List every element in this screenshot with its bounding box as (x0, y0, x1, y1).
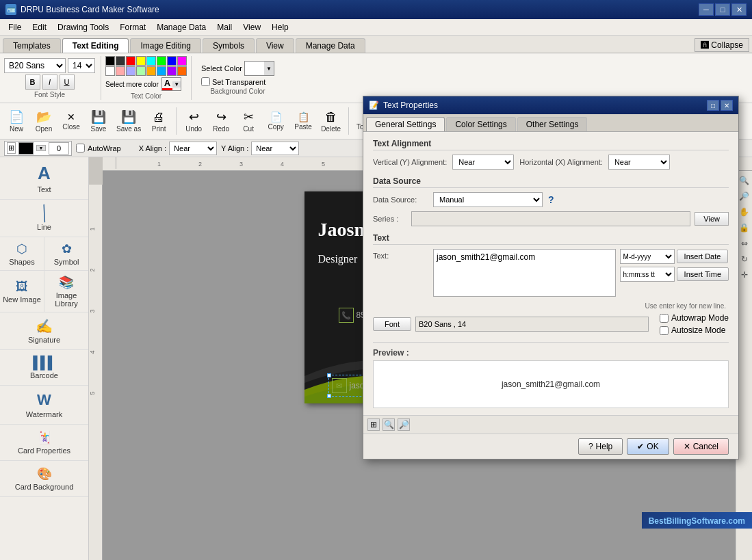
tab-view[interactable]: View (256, 38, 294, 53)
menu-mail[interactable]: Mail (211, 21, 237, 34)
close-file-btn[interactable]: ✕ Close (59, 105, 83, 137)
print-btn[interactable]: 🖨 Print (146, 105, 171, 137)
cancel-footer-btn[interactable]: ✕ Cancel (673, 438, 729, 455)
color-white[interactable] (105, 66, 115, 76)
grid-btn-group[interactable]: ⊞ ▼ (4, 141, 72, 156)
horizontal-align-select[interactable]: NearCenterFar (608, 155, 670, 170)
underline-dropdown[interactable]: ▼ (172, 81, 181, 88)
menu-manage-data[interactable]: Manage Data (151, 21, 211, 34)
menu-edit[interactable]: Edit (27, 21, 52, 34)
font-name-select[interactable]: B20 Sans (4, 58, 66, 73)
tab-image-editing[interactable]: Image Editing (130, 38, 200, 53)
series-input[interactable] (411, 211, 690, 226)
pan-tool[interactable]: ✋ (738, 205, 751, 219)
menu-help[interactable]: Help (266, 21, 294, 34)
color-dropdown-btn[interactable]: ▼ (264, 62, 274, 75)
color-blue[interactable] (167, 56, 177, 66)
color-pink[interactable] (116, 66, 125, 76)
menu-drawing-tools[interactable]: Drawing Tools (52, 21, 114, 34)
color-black[interactable] (105, 56, 115, 66)
color-coral[interactable] (177, 66, 187, 76)
color-purple[interactable] (167, 66, 177, 76)
sidebar-tool-shapes[interactable]: ⬡ Shapes (0, 237, 44, 271)
tab-manage-data[interactable]: Manage Data (296, 38, 365, 53)
help-footer-btn[interactable]: ? Help (578, 438, 623, 455)
zoom-out-btn[interactable]: 🔍 (383, 418, 395, 431)
zoom-in-btn[interactable]: 🔎 (398, 418, 410, 431)
open-btn[interactable]: 📂 Open (31, 105, 56, 137)
sidebar-tool-card-properties[interactable]: 🃏 Card Properties (0, 425, 88, 461)
bold-btn[interactable]: B (25, 75, 40, 90)
redo-btn[interactable]: ↪ Redo (209, 105, 233, 137)
autosize-mode-checkbox[interactable] (660, 326, 669, 335)
autowrap-mode-checkbox[interactable] (660, 314, 669, 323)
font-btn[interactable]: Font (373, 317, 411, 331)
color-cyan[interactable] (146, 56, 156, 66)
zoom-in-tool[interactable]: 🔍 (738, 174, 751, 187)
text-input[interactable]: jason_smith21@gmail.com (433, 249, 616, 297)
transparent-checkbox[interactable] (201, 77, 210, 86)
underline-color-picker[interactable]: A ▼ (161, 77, 181, 91)
copy-btn[interactable]: 📄 Copy (263, 105, 288, 137)
color-magenta[interactable] (177, 56, 187, 66)
y-align-select[interactable]: NearCenterFar (251, 142, 299, 155)
underline-btn[interactable]: U (60, 75, 75, 90)
resize-tool[interactable]: ⇔ (738, 237, 751, 250)
move-tool[interactable]: ✛ (738, 268, 751, 282)
date-format-select[interactable]: M-d-yyyy (620, 249, 675, 264)
time-format-select[interactable]: h:mm:ss tt (620, 267, 675, 282)
vertical-align-select[interactable]: NearCenterFar (452, 155, 514, 170)
lock-tool[interactable]: 🔒 (738, 221, 751, 235)
sidebar-tool-barcode[interactable]: ▌▌▌ Barcode (0, 350, 88, 386)
sidebar-tool-image-library[interactable]: 📚 Image Library (44, 271, 88, 312)
sidebar-tool-new-image[interactable]: 🖼 New Image (0, 271, 44, 312)
sidebar-tool-signature[interactable]: ✍ Signature (0, 312, 88, 350)
color-yellow[interactable] (136, 56, 146, 66)
zoom-out-tool[interactable]: 🔎 (738, 189, 751, 203)
text-properties-dialog[interactable]: 📝 Text Properties □ ✕ General Settings C… (363, 96, 739, 459)
color-picker-btn[interactable] (18, 142, 34, 155)
dialog-restore-btn[interactable]: □ (707, 100, 719, 111)
color-sky[interactable] (157, 66, 166, 76)
color-selector-group[interactable]: ▼ (36, 145, 46, 151)
x-align-select[interactable]: NearCenterFar (169, 142, 217, 155)
color-dark[interactable] (116, 56, 125, 66)
autowrap-checkbox-label[interactable]: Autowrap Mode (660, 313, 729, 323)
insert-date-btn[interactable]: Insert Date (677, 250, 729, 263)
tab-templates[interactable]: Templates (3, 38, 61, 53)
sidebar-tool-line[interactable]: ╱ Line (0, 200, 88, 237)
color-preview-box[interactable] (245, 62, 264, 75)
data-source-help[interactable]: ? (548, 194, 554, 205)
dialog-tab-other[interactable]: Other Settings (517, 117, 588, 131)
sidebar-tool-card-background[interactable]: 🎨 Card Background (0, 461, 88, 497)
menu-file[interactable]: File (3, 21, 27, 34)
data-source-select[interactable]: Manual (433, 192, 543, 207)
autowrap-checkbox[interactable] (76, 144, 85, 152)
maximize-btn[interactable]: □ (715, 3, 730, 16)
sidebar-tool-watermark[interactable]: W Watermark (0, 386, 88, 425)
font-size-select[interactable]: 14 (68, 58, 95, 73)
save-btn[interactable]: 💾 Save (86, 105, 111, 137)
delete-btn[interactable]: 🗑 Delete (318, 105, 343, 137)
num-input[interactable] (49, 142, 69, 155)
collapse-button[interactable]: 🅰 Collapse (695, 38, 749, 52)
ok-footer-btn[interactable]: ✔ OK (627, 438, 669, 455)
insert-time-btn[interactable]: Insert Time (677, 267, 729, 281)
rotate-tool[interactable]: ↻ (738, 252, 751, 266)
tab-symbols[interactable]: Symbols (203, 38, 255, 53)
cut-btn[interactable]: ✂ Cut (236, 105, 261, 137)
tab-text-editing[interactable]: Text Editing (62, 38, 129, 53)
minimize-btn[interactable]: ─ (699, 3, 714, 16)
autosize-checkbox-label[interactable]: Autosize Mode (660, 325, 729, 335)
color-lavender[interactable] (126, 66, 135, 76)
menu-view[interactable]: View (237, 21, 266, 34)
view-btn[interactable]: View (695, 212, 729, 226)
undo-btn[interactable]: ↩ Undo (181, 105, 206, 137)
save-as-btn[interactable]: 💾 Save as (114, 105, 144, 137)
color-mint[interactable] (136, 66, 146, 76)
page-icon[interactable]: ⊞ (367, 418, 380, 431)
color-green[interactable] (157, 56, 166, 66)
dialog-tab-general[interactable]: General Settings (366, 117, 445, 131)
color-red[interactable] (126, 56, 135, 66)
sidebar-tool-text[interactable]: A Text (0, 157, 88, 200)
